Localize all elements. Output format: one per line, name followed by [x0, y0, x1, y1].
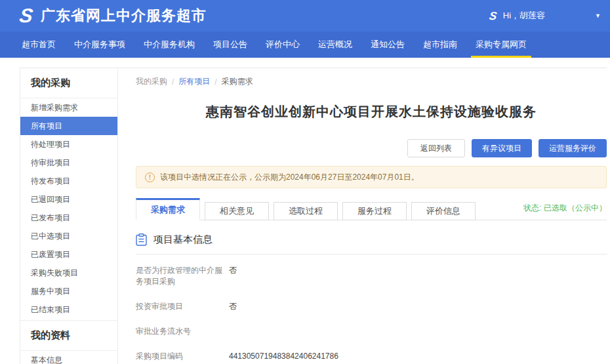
notice-text: 该项目中选情况正在公示，公示期为2024年06月27日至2024年07月01日。 [160, 172, 419, 183]
project-basic-info-fields: 是否为行政管理的中介服务项目采购 否 投资审批项目 否 审批业务流水号 采购项目… [136, 265, 607, 362]
field-label: 审批业务流水号 [136, 326, 222, 337]
field-row-investment-approval: 投资审批项目 否 [136, 301, 607, 312]
field-row-project-code: 采购项目编码 4413050719483842406241786 [136, 351, 607, 362]
breadcrumb-separator: / [172, 77, 174, 87]
sidebar-item-all-projects[interactable]: 所有项目 [20, 117, 117, 135]
sidebar-item-selected[interactable]: 已中选项目 [20, 227, 117, 245]
main-content: 我的采购 / 所有项目 / 采购需求 惠南智谷创业创新中心项目开展水土保持设施验… [118, 68, 607, 364]
tabs-row: 采购需求 相关意见 选取过程 服务过程 评价信息 状态:已选取（公示中） [136, 198, 607, 220]
sidebar-section-my-profile: 我的资料 [20, 320, 117, 351]
page-title: 惠南智谷创业创新中心项目开展水土保持设施验收服务 [136, 103, 607, 121]
tabs: 采购需求 相关意见 选取过程 服务过程 评价信息 [136, 198, 476, 220]
breadcrumb-current: 采购需求 [222, 76, 253, 87]
content-wrap: 我的采购 新增采购需求 所有项目 待处理项目 待审批项目 待发布项目 已退回项目… [20, 68, 607, 364]
publicity-notice: ! 该项目中选情况正在公示，公示期为2024年06月27日至2024年07月01… [136, 166, 607, 188]
status-value: 已选取（公示中） [544, 203, 607, 212]
field-label: 是否为行政管理的中介服务项目采购 [136, 265, 222, 287]
status-label: 状态: [523, 203, 541, 212]
nav-item-project-notices[interactable]: 项目公告 [205, 31, 256, 58]
brand-logo-icon[interactable]: S [18, 6, 34, 26]
field-value: 否 [229, 301, 237, 312]
sidebar-item-awaiting-approval[interactable]: 待审批项目 [20, 153, 117, 172]
sidebar-section-my-purchases: 我的采购 [20, 68, 117, 98]
user-menu[interactable]: S Hi，胡莲容 ▼ [489, 10, 601, 22]
field-label: 投资审批项目 [136, 301, 222, 312]
warning-circle-icon: ! [145, 172, 155, 182]
sidebar-item-pending-projects[interactable]: 待处理项目 [20, 135, 117, 153]
breadcrumb: 我的采购 / 所有项目 / 采购需求 [136, 68, 607, 87]
sidebar-item-in-service[interactable]: 服务中项目 [20, 282, 117, 300]
nav-item-evaluation-center[interactable]: 评价中心 [257, 31, 308, 58]
sidebar-item-basic-info[interactable]: 基本信息 [20, 351, 117, 364]
nav-item-home[interactable]: 超市首页 [13, 31, 64, 58]
sidebar: 我的采购 新增采购需求 所有项目 待处理项目 待审批项目 待发布项目 已退回项目… [20, 68, 118, 364]
tab-evaluation-info[interactable]: 评价信息 [411, 202, 476, 220]
breadcrumb-my-purchases[interactable]: 我的采购 [136, 76, 167, 87]
field-value: 4413050719483842406241786 [229, 351, 338, 362]
sidebar-item-returned[interactable]: 已退回项目 [20, 190, 117, 209]
tab-procurement-demand[interactable]: 采购需求 [136, 198, 200, 220]
sidebar-item-published[interactable]: 已发布项目 [20, 209, 117, 227]
breadcrumb-separator: / [214, 77, 216, 87]
breadcrumb-all-projects[interactable]: 所有项目 [178, 76, 210, 87]
user-greeting: Hi，胡莲容 [503, 10, 545, 22]
user-logo-icon: S [489, 10, 498, 22]
section-header-basic-info: 项目基本信息 [136, 233, 607, 254]
field-value: 否 [229, 265, 237, 287]
tab-service-process[interactable]: 服务过程 [342, 202, 407, 220]
action-buttons: 返回列表 有异议项目 运营服务评价 [136, 139, 607, 157]
sidebar-item-finished[interactable]: 已结束项目 [20, 300, 117, 319]
nav-item-operation-overview[interactable]: 运营概况 [310, 31, 361, 58]
sidebar-item-awaiting-publish[interactable]: 待发布项目 [20, 172, 117, 190]
field-label: 采购项目编码 [136, 351, 222, 362]
tab-selection-process[interactable]: 选取过程 [274, 202, 338, 220]
objection-project-button[interactable]: 有异议项目 [472, 139, 532, 157]
site-header: S 广东省网上中介服务超市 S Hi，胡莲容 ▼ [0, 0, 610, 31]
nav-item-service-orgs[interactable]: 中介服务机构 [135, 31, 203, 58]
nav-item-announcements[interactable]: 通知公告 [362, 31, 413, 58]
clipboard-icon [136, 233, 147, 246]
sidebar-item-abandoned[interactable]: 已废置项目 [20, 245, 117, 264]
field-row-approval-serial-number: 审批业务流水号 [136, 326, 607, 337]
main-nav: 超市首页 中介服务事项 中介服务机构 项目公告 评价中心 运营概况 通知公告 超… [0, 31, 610, 58]
nav-item-purchaser-page[interactable]: 采购专属网页 [467, 31, 535, 58]
nav-item-service-items[interactable]: 中介服务事项 [66, 31, 134, 58]
back-to-list-button[interactable]: 返回列表 [407, 139, 465, 157]
site-title[interactable]: 广东省网上中介服务超市 [41, 6, 207, 26]
field-row-admin-intermediary: 是否为行政管理的中介服务项目采购 否 [136, 265, 607, 287]
chevron-down-icon[interactable]: ▼ [595, 12, 601, 19]
section-title: 项目基本信息 [153, 233, 213, 246]
nav-item-guide[interactable]: 超市指南 [415, 31, 466, 58]
service-evaluation-button[interactable]: 运营服务评价 [539, 139, 607, 157]
tab-related-opinions[interactable]: 相关意见 [205, 202, 269, 220]
sidebar-item-new-demand[interactable]: 新增采购需求 [20, 98, 117, 117]
sidebar-item-failed[interactable]: 采购失败项目 [20, 264, 117, 282]
status-badge: 状态:已选取（公示中） [523, 203, 607, 220]
